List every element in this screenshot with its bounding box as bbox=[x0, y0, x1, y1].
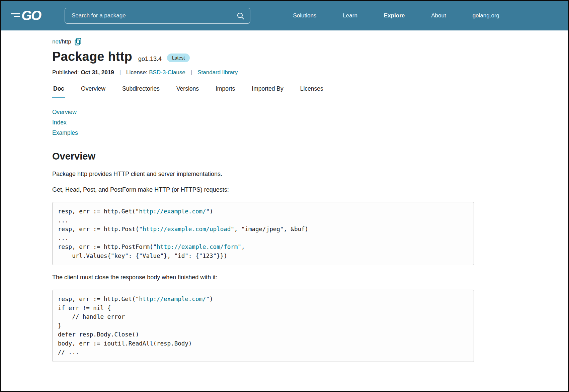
go-logo-icon: GO bbox=[11, 8, 49, 23]
breadcrumb: net/http bbox=[52, 38, 474, 45]
code-text: // handle error bbox=[58, 313, 125, 320]
published-label: Published: bbox=[52, 69, 79, 76]
breadcrumb-current: http bbox=[62, 38, 71, 45]
code-text: ", bbox=[238, 243, 245, 250]
code-url-link[interactable]: http://example.com/ bbox=[139, 296, 206, 302]
search-box bbox=[65, 8, 250, 24]
code-block-requests: resp, err := http.Get("http://example.co… bbox=[52, 202, 474, 265]
tab-subdirectories[interactable]: Subdirectories bbox=[121, 85, 161, 98]
nav-about[interactable]: About bbox=[431, 12, 446, 19]
code-text: ... bbox=[58, 235, 69, 241]
page: GO Solutions Learn Explore About golang.… bbox=[0, 0, 569, 392]
tab-overview[interactable]: Overview bbox=[80, 85, 106, 98]
tab-imported-by[interactable]: Imported By bbox=[251, 85, 284, 98]
license-label: License: bbox=[126, 69, 147, 76]
meta-separator: | bbox=[191, 69, 192, 76]
meta-row: Published: Oct 31, 2019 | License: BSD-3… bbox=[52, 69, 474, 76]
code-text: ... bbox=[58, 217, 69, 224]
code-text: resp, err := http.PostForm(" bbox=[58, 243, 157, 250]
code-text: ") bbox=[206, 208, 213, 215]
overview-paragraph-3: The client must close the response body … bbox=[52, 274, 474, 281]
svg-text:GO: GO bbox=[21, 8, 42, 23]
overview-paragraph-2: Get, Head, Post, and PostForm make HTTP … bbox=[52, 186, 474, 193]
nav-learn[interactable]: Learn bbox=[343, 12, 357, 19]
license-link[interactable]: BSD-3-Clause bbox=[149, 69, 185, 76]
published-date: Oct 31, 2019 bbox=[81, 69, 114, 76]
search-input[interactable] bbox=[65, 8, 250, 23]
toc-link-overview[interactable]: Overview bbox=[52, 107, 77, 117]
overview-paragraph-1: Package http provides HTTP client and se… bbox=[52, 171, 474, 178]
code-text: resp, err := http.Post(" bbox=[58, 226, 143, 232]
title-row: Package http go1.13.4 Latest bbox=[52, 50, 474, 64]
code-url-link[interactable]: http://example.com/ bbox=[139, 208, 206, 215]
toc-link-examples[interactable]: Examples bbox=[52, 128, 78, 138]
code-text: url.Values{"key": {"Value"}, "id": {"123… bbox=[58, 253, 227, 259]
nav-golang-org[interactable]: golang.org bbox=[473, 12, 499, 19]
tab-imports[interactable]: Imports bbox=[215, 85, 236, 98]
breadcrumb-link-net[interactable]: net bbox=[52, 38, 60, 45]
code-url-link[interactable]: http://example.com/form bbox=[157, 243, 238, 250]
page-title: Package http bbox=[52, 50, 132, 64]
code-text: defer resp.Body.Close() bbox=[58, 331, 139, 338]
code-text: } bbox=[58, 322, 62, 329]
go-logo[interactable]: GO bbox=[11, 8, 49, 23]
main-content: net/http Package http go1.13.4 Latest Pu… bbox=[52, 38, 474, 362]
overview-heading: Overview bbox=[52, 151, 474, 162]
code-text: ", "image/jpeg", &buf) bbox=[231, 226, 308, 232]
code-text: resp, err := http.Get(" bbox=[58, 208, 139, 215]
meta-separator: | bbox=[119, 69, 121, 76]
header-nav: Solutions Learn Explore About golang.org bbox=[293, 12, 568, 19]
tabs-bar: Doc Overview Subdirectories Versions Imp… bbox=[52, 85, 474, 98]
code-url-link[interactable]: http://example.com/upload bbox=[143, 226, 231, 232]
search-icon[interactable] bbox=[237, 12, 245, 20]
tab-versions[interactable]: Versions bbox=[175, 85, 200, 98]
latest-badge[interactable]: Latest bbox=[167, 54, 190, 62]
tab-doc[interactable]: Doc bbox=[52, 85, 65, 98]
nav-solutions[interactable]: Solutions bbox=[293, 12, 316, 19]
copy-path-icon[interactable] bbox=[75, 38, 81, 45]
code-text: // ... bbox=[58, 349, 79, 356]
nav-explore[interactable]: Explore bbox=[384, 12, 405, 19]
toc-link-index[interactable]: Index bbox=[52, 117, 67, 128]
version-label: go1.13.4 bbox=[138, 56, 162, 63]
code-text: ") bbox=[206, 296, 213, 302]
header: GO Solutions Learn Explore About golang.… bbox=[1, 1, 568, 30]
code-text: body, err := ioutil.ReadAll(resp.Body) bbox=[58, 340, 192, 347]
stdlib-link[interactable]: Standard library bbox=[197, 69, 238, 76]
code-block-close-body: resp, err := http.Get("http://example.co… bbox=[52, 290, 474, 362]
code-text: resp, err := http.Get(" bbox=[58, 296, 139, 302]
toc: Overview Index Examples bbox=[52, 107, 474, 138]
tab-licenses[interactable]: Licenses bbox=[299, 85, 324, 98]
code-text: if err != nil { bbox=[58, 305, 111, 311]
